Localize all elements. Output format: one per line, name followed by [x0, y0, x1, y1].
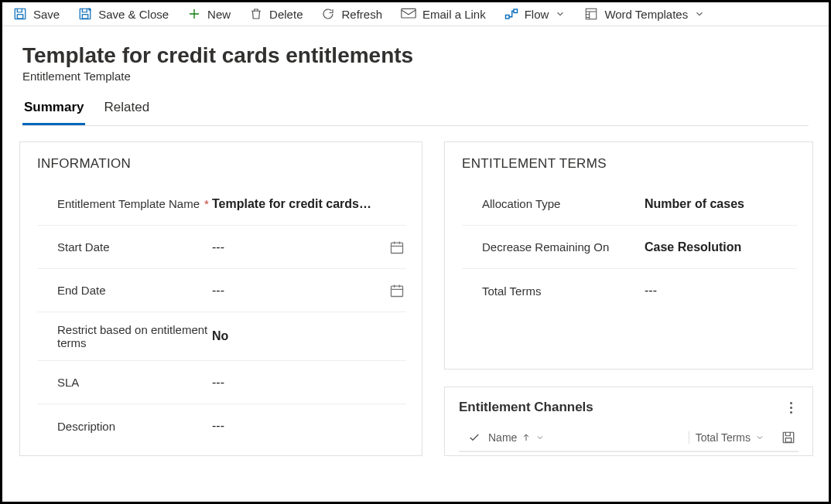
column-total-terms[interactable]: Total Terms — [689, 431, 764, 444]
description-value: --- — [212, 419, 405, 433]
channels-card: Entitlement Channels Name Total Terms — [444, 387, 813, 456]
channels-column-header: Name Total Terms — [459, 426, 799, 452]
save-icon — [13, 7, 27, 21]
start-date-field[interactable]: Start Date --- — [37, 226, 406, 269]
svg-rect-1 — [17, 15, 23, 19]
content: INFORMATION Entitlement Template Name* T… — [2, 126, 829, 456]
svg-rect-6 — [514, 9, 518, 13]
calendar-icon[interactable] — [389, 240, 405, 255]
chevron-down-icon — [755, 433, 764, 442]
flow-icon — [504, 7, 518, 21]
word-templates-button[interactable]: Word Templates — [584, 7, 705, 21]
arrow-up-icon — [522, 433, 531, 442]
calendar-icon[interactable] — [389, 283, 405, 298]
trash-icon — [249, 7, 263, 21]
sla-field[interactable]: SLA --- — [37, 361, 406, 404]
page-title: Template for credit cards entitlements — [22, 43, 809, 68]
svg-rect-9 — [392, 286, 403, 296]
decrease-remaining-value: Case Resolution — [645, 240, 795, 254]
total-terms-label: Total Terms — [482, 284, 645, 298]
start-date-value: --- — [212, 240, 224, 254]
end-date-value: --- — [212, 284, 224, 298]
command-bar: Save Save & Close New Delete Refresh Ema… — [2, 2, 829, 26]
start-date-label: Start Date — [57, 240, 212, 254]
email-link-button[interactable]: Email a Link — [401, 8, 486, 21]
description-label: Description — [57, 420, 212, 433]
new-label: New — [207, 8, 231, 21]
restrict-field[interactable]: Restrict based on entitlement terms No — [37, 312, 406, 361]
refresh-icon — [321, 7, 335, 21]
plus-icon — [187, 7, 201, 21]
chevron-down-icon — [694, 9, 705, 19]
save-close-button[interactable]: Save & Close — [78, 7, 169, 21]
delete-label: Delete — [269, 8, 303, 21]
sla-label: SLA — [57, 376, 212, 389]
information-title: INFORMATION — [37, 156, 406, 172]
svg-rect-4 — [402, 9, 416, 18]
svg-rect-3 — [82, 15, 88, 19]
tab-related[interactable]: Related — [102, 100, 151, 125]
email-icon — [401, 8, 416, 20]
column-name[interactable]: Name — [488, 431, 658, 444]
terms-card: ENTITLEMENT TERMS Allocation Type Number… — [444, 141, 813, 369]
restrict-label: Restrict based on entitlement terms — [57, 323, 212, 349]
email-link-label: Email a Link — [422, 8, 486, 21]
end-date-label: End Date — [57, 284, 212, 297]
decrease-remaining-field[interactable]: Decrease Remaining On Case Resolution — [462, 226, 797, 269]
svg-rect-5 — [505, 15, 509, 19]
total-terms-field[interactable]: Total Terms --- — [462, 269, 797, 312]
decrease-remaining-label: Decrease Remaining On — [482, 240, 645, 254]
flow-button[interactable]: Flow — [504, 7, 566, 21]
save-close-label: Save & Close — [98, 8, 169, 21]
name-field[interactable]: Entitlement Template Name* Template for … — [37, 182, 406, 226]
name-value: Template for credit cards… — [212, 197, 405, 211]
svg-rect-0 — [15, 9, 26, 19]
chevron-down-icon — [535, 433, 545, 442]
name-label: Entitlement Template Name* — [57, 197, 212, 210]
svg-rect-8 — [392, 243, 403, 253]
save-close-icon — [78, 7, 92, 21]
allocation-type-label: Allocation Type — [482, 197, 645, 210]
allocation-type-value: Number of cases — [645, 197, 795, 211]
terms-title: ENTITLEMENT TERMS — [462, 156, 797, 172]
delete-button[interactable]: Delete — [249, 7, 303, 21]
refresh-label: Refresh — [341, 8, 382, 21]
save-icon[interactable] — [781, 431, 795, 444]
word-templates-label: Word Templates — [604, 8, 688, 21]
description-field[interactable]: Description --- — [37, 404, 406, 448]
page-header: Template for credit cards entitlements E… — [2, 26, 829, 83]
total-terms-value: --- — [645, 284, 795, 298]
chevron-down-icon — [555, 9, 566, 19]
svg-rect-11 — [785, 438, 792, 442]
tab-summary[interactable]: Summary — [22, 100, 85, 125]
right-column: ENTITLEMENT TERMS Allocation Type Number… — [444, 141, 813, 456]
page-subtitle: Entitlement Template — [22, 70, 809, 83]
save-button[interactable]: Save — [13, 7, 60, 21]
word-templates-icon — [584, 7, 598, 21]
svg-rect-10 — [783, 432, 794, 443]
allocation-type-field[interactable]: Allocation Type Number of cases — [462, 182, 797, 226]
sla-value: --- — [212, 376, 405, 390]
new-button[interactable]: New — [187, 7, 231, 21]
refresh-button[interactable]: Refresh — [321, 7, 382, 21]
tabs: Summary Related — [22, 100, 809, 126]
check-icon[interactable] — [468, 431, 480, 444]
flow-label: Flow — [525, 8, 549, 21]
restrict-value: No — [212, 329, 405, 343]
save-label: Save — [33, 8, 60, 21]
information-card: INFORMATION Entitlement Template Name* T… — [19, 141, 422, 456]
channels-title: Entitlement Channels — [459, 400, 593, 415]
end-date-field[interactable]: End Date --- — [37, 269, 406, 312]
more-menu-button[interactable] — [783, 400, 799, 415]
